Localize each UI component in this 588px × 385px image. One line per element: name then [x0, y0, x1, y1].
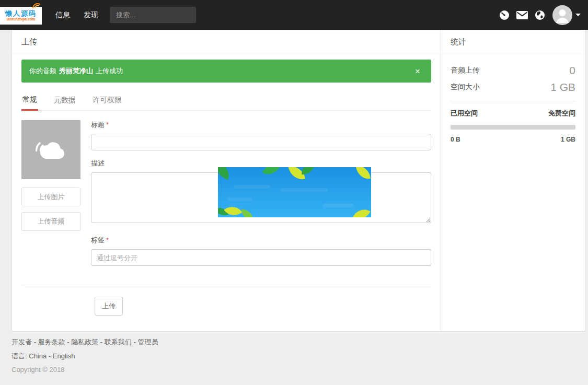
dashboard-gauge-icon[interactable] — [499, 10, 510, 20]
sidebar-body: 音频上传 0 空间大小 1 GB 已用空间 免费空间 0 B 1 GB — [441, 54, 585, 150]
logo-subtitle: lanrenzhijia.com — [7, 17, 36, 21]
tab-metadata[interactable]: 元数据 — [53, 91, 77, 110]
tab-general[interactable]: 常规 — [21, 91, 38, 111]
footer-separator: - — [100, 338, 102, 346]
title-input[interactable] — [91, 134, 431, 150]
description-textarea[interactable] — [91, 172, 431, 223]
free-space-label: 免费空间 — [548, 109, 575, 118]
form-row: 上传图片 上传音频 标题* 描述 标签* — [21, 120, 431, 266]
footer-separator: - — [67, 338, 69, 346]
alert-text-prefix: 你的音频 — [29, 66, 56, 76]
search-input[interactable] — [110, 7, 196, 23]
avatar[interactable] — [552, 5, 572, 25]
stat-audio-uploads: 音频上传 0 — [451, 64, 575, 77]
globe-icon[interactable] — [535, 10, 545, 20]
thumbnail-column: 上传图片 上传音频 — [21, 120, 80, 266]
copyright: Copyright © 2018 — [11, 366, 577, 374]
tags-input[interactable] — [91, 249, 431, 266]
footer-link-privacy[interactable]: 隐私政策 — [71, 338, 98, 346]
language-label: 语言: — [11, 352, 27, 360]
tags-label: 标签* — [91, 236, 431, 245]
space-values-row: 0 B 1 GB — [451, 136, 575, 143]
footer-link-developers[interactable]: 开发者 — [11, 338, 32, 346]
page-card: 上传 你的音频 秀丽梵净山 上传成功 × 常规 元数据 许可权限 — [11, 30, 585, 332]
required-asterisk: * — [106, 236, 109, 244]
footer-links-line: 开发者 - 服务条款 - 隐私政策 - 联系我们 - 管理员 — [11, 337, 577, 347]
cloud-audio-icon — [34, 137, 68, 163]
description-label: 描述 — [91, 159, 431, 168]
footer-language-line: 语言: China - English — [11, 352, 577, 361]
submit-row: 上传 — [21, 285, 431, 316]
used-space-label: 已用空间 — [451, 109, 478, 118]
upload-image-button[interactable]: 上传图片 — [21, 188, 80, 206]
nav-item-discover[interactable]: 发现 — [84, 10, 98, 20]
title-label: 标题* — [91, 120, 431, 130]
page-title: 上传 — [12, 30, 441, 54]
footer-separator: - — [34, 338, 36, 346]
footer: 开发者 - 服务条款 - 隐私政策 - 联系我们 - 管理员 语言: China… — [0, 332, 588, 385]
audio-thumbnail-placeholder — [21, 120, 80, 179]
form-tabs: 常规 元数据 许可权限 — [21, 91, 431, 111]
stat-value: 0 — [569, 64, 575, 77]
logo-title: 懒人源码 — [5, 10, 37, 17]
upload-audio-button[interactable]: 上传音频 — [21, 212, 80, 231]
footer-link-contact[interactable]: 联系我们 — [105, 338, 132, 346]
stat-value: 1 GB — [550, 80, 575, 94]
footer-link-admin[interactable]: 管理员 — [137, 338, 158, 346]
main-column: 上传 你的音频 秀丽梵净山 上传成功 × 常规 元数据 许可权限 — [12, 30, 441, 331]
used-space-value: 0 B — [451, 136, 460, 143]
footer-link-terms[interactable]: 服务条款 — [38, 338, 65, 346]
space-progress-bar — [451, 125, 575, 130]
footer-separator: - — [133, 338, 135, 346]
tab-permissions[interactable]: 许可权限 — [91, 91, 123, 110]
language-link-china[interactable]: China — [29, 352, 47, 360]
navbar: 懒人源码 lanrenzhijia.com 信息 发现 — [0, 0, 588, 30]
alert-audio-name: 秀丽梵净山 — [59, 66, 93, 76]
sidebar-divider — [451, 101, 575, 101]
stats-sidebar: 统计 音频上传 0 空间大小 1 GB 已用空间 免费空间 0 B 1 GB — [441, 30, 585, 331]
language-link-english[interactable]: English — [53, 352, 75, 360]
space-labels-row: 已用空间 免费空间 — [451, 109, 575, 118]
navbar-right — [492, 5, 581, 25]
success-alert: 你的音频 秀丽梵净山 上传成功 × — [21, 60, 431, 83]
stat-space-size: 空间大小 1 GB — [451, 80, 575, 94]
mail-icon[interactable] — [516, 11, 528, 19]
avatar-menu-caret-icon[interactable] — [575, 14, 581, 16]
alert-close-icon[interactable]: × — [412, 67, 423, 75]
total-space-value: 1 GB — [561, 136, 575, 143]
stat-label: 空间大小 — [451, 83, 480, 92]
fields-column: 标题* 描述 标签* — [91, 120, 431, 266]
upload-form-body: 你的音频 秀丽梵净山 上传成功 × 常规 元数据 许可权限 — [12, 54, 441, 331]
footer-separator: - — [49, 352, 51, 360]
submit-upload-button[interactable]: 上传 — [95, 297, 123, 316]
required-asterisk: * — [106, 121, 109, 129]
sidebar-title: 统计 — [441, 30, 585, 54]
stat-label: 音频上传 — [451, 66, 480, 75]
alert-text-suffix: 上传成功 — [96, 66, 123, 76]
site-logo[interactable]: 懒人源码 lanrenzhijia.com — [0, 7, 42, 25]
nav-item-messages[interactable]: 信息 — [55, 10, 70, 20]
logo-swoosh-icon — [31, 1, 41, 10]
